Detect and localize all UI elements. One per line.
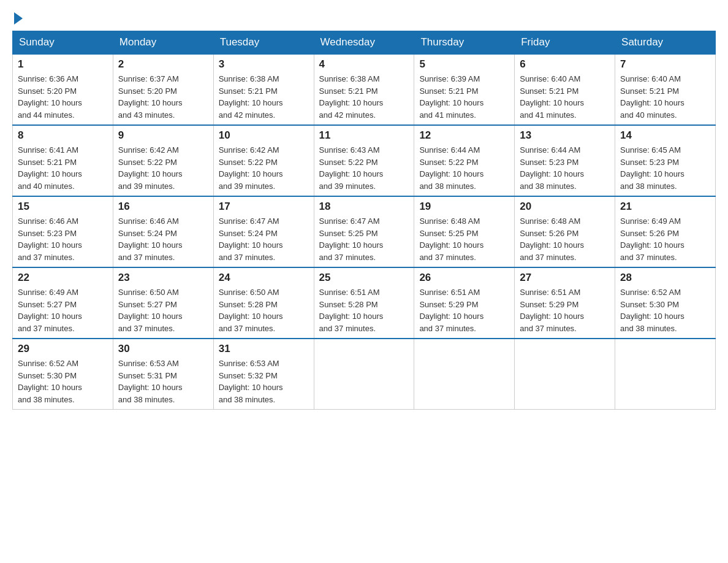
calendar-cell: 22 Sunrise: 6:49 AMSunset: 5:27 PMDaylig… — [13, 267, 113, 339]
day-number: 30 — [118, 343, 208, 355]
day-info: Sunrise: 6:49 AMSunset: 5:27 PMDaylight:… — [18, 286, 108, 334]
day-number: 23 — [118, 272, 208, 284]
calendar-cell: 17 Sunrise: 6:47 AMSunset: 5:24 PMDaylig… — [213, 196, 314, 267]
day-info: Sunrise: 6:48 AMSunset: 5:25 PMDaylight:… — [419, 215, 509, 263]
day-number: 6 — [520, 58, 610, 71]
day-info: Sunrise: 6:47 AMSunset: 5:24 PMDaylight:… — [219, 215, 309, 263]
day-number: 20 — [520, 201, 610, 213]
day-number: 15 — [18, 201, 108, 213]
calendar-week-row: 15 Sunrise: 6:46 AMSunset: 5:23 PMDaylig… — [13, 196, 716, 267]
day-number: 25 — [319, 272, 409, 284]
day-info: Sunrise: 6:44 AMSunset: 5:22 PMDaylight:… — [419, 144, 509, 192]
calendar-cell: 13 Sunrise: 6:44 AMSunset: 5:23 PMDaylig… — [515, 125, 615, 196]
calendar-cell: 14 Sunrise: 6:45 AMSunset: 5:23 PMDaylig… — [615, 125, 716, 196]
weekday-header-saturday: Saturday — [615, 31, 716, 55]
weekday-header-monday: Monday — [113, 31, 213, 55]
day-info: Sunrise: 6:36 AMSunset: 5:20 PMDaylight:… — [18, 73, 108, 121]
day-number: 11 — [319, 129, 409, 142]
day-info: Sunrise: 6:38 AMSunset: 5:21 PMDaylight:… — [319, 73, 409, 121]
day-info: Sunrise: 6:53 AMSunset: 5:31 PMDaylight:… — [118, 358, 208, 405]
day-info: Sunrise: 6:52 AMSunset: 5:30 PMDaylight:… — [18, 358, 108, 405]
day-number: 27 — [520, 272, 610, 284]
day-info: Sunrise: 6:43 AMSunset: 5:22 PMDaylight:… — [319, 144, 409, 192]
day-number: 18 — [319, 201, 409, 213]
calendar-cell: 18 Sunrise: 6:47 AMSunset: 5:25 PMDaylig… — [314, 196, 414, 267]
calendar-cell: 20 Sunrise: 6:48 AMSunset: 5:26 PMDaylig… — [515, 196, 615, 267]
calendar-cell: 8 Sunrise: 6:41 AMSunset: 5:21 PMDayligh… — [13, 125, 113, 196]
day-info: Sunrise: 6:48 AMSunset: 5:26 PMDaylight:… — [520, 215, 610, 263]
calendar-cell: 21 Sunrise: 6:49 AMSunset: 5:26 PMDaylig… — [615, 196, 716, 267]
calendar-cell: 10 Sunrise: 6:42 AMSunset: 5:22 PMDaylig… — [213, 125, 314, 196]
day-info: Sunrise: 6:41 AMSunset: 5:21 PMDaylight:… — [18, 144, 108, 192]
calendar-week-row: 1 Sunrise: 6:36 AMSunset: 5:20 PMDayligh… — [13, 54, 716, 125]
calendar-cell: 25 Sunrise: 6:51 AMSunset: 5:28 PMDaylig… — [314, 267, 414, 339]
calendar-cell: 19 Sunrise: 6:48 AMSunset: 5:25 PMDaylig… — [414, 196, 515, 267]
day-info: Sunrise: 6:42 AMSunset: 5:22 PMDaylight:… — [118, 144, 208, 192]
day-number: 9 — [118, 129, 208, 142]
day-info: Sunrise: 6:53 AMSunset: 5:32 PMDaylight:… — [219, 358, 309, 405]
day-info: Sunrise: 6:45 AMSunset: 5:23 PMDaylight:… — [620, 144, 710, 192]
logo-triangle-icon — [14, 12, 23, 25]
calendar-cell: 12 Sunrise: 6:44 AMSunset: 5:22 PMDaylig… — [414, 125, 515, 196]
weekday-header-sunday: Sunday — [13, 31, 113, 55]
day-number: 10 — [219, 129, 309, 142]
weekday-header-friday: Friday — [515, 31, 615, 55]
day-number: 3 — [219, 58, 309, 71]
calendar-cell: 9 Sunrise: 6:42 AMSunset: 5:22 PMDayligh… — [113, 125, 213, 196]
calendar-cell: 23 Sunrise: 6:50 AMSunset: 5:27 PMDaylig… — [113, 267, 213, 339]
day-number: 13 — [520, 129, 610, 142]
day-number: 28 — [620, 272, 710, 284]
day-number: 21 — [620, 201, 710, 213]
day-info: Sunrise: 6:38 AMSunset: 5:21 PMDaylight:… — [219, 73, 309, 121]
weekday-header-wednesday: Wednesday — [314, 31, 414, 55]
calendar-cell: 30 Sunrise: 6:53 AMSunset: 5:31 PMDaylig… — [113, 339, 213, 410]
day-number: 2 — [118, 58, 208, 71]
calendar-cell: 27 Sunrise: 6:51 AMSunset: 5:29 PMDaylig… — [515, 267, 615, 339]
calendar-cell — [515, 339, 615, 410]
day-info: Sunrise: 6:40 AMSunset: 5:21 PMDaylight:… — [520, 73, 610, 121]
day-number: 4 — [319, 58, 409, 71]
day-number: 24 — [219, 272, 309, 284]
calendar-cell: 26 Sunrise: 6:51 AMSunset: 5:29 PMDaylig… — [414, 267, 515, 339]
day-info: Sunrise: 6:46 AMSunset: 5:23 PMDaylight:… — [18, 215, 108, 263]
day-info: Sunrise: 6:49 AMSunset: 5:26 PMDaylight:… — [620, 215, 710, 263]
day-number: 17 — [219, 201, 309, 213]
calendar-week-row: 29 Sunrise: 6:52 AMSunset: 5:30 PMDaylig… — [13, 339, 716, 410]
day-number: 22 — [18, 272, 108, 284]
calendar-cell: 15 Sunrise: 6:46 AMSunset: 5:23 PMDaylig… — [13, 196, 113, 267]
day-info: Sunrise: 6:44 AMSunset: 5:23 PMDaylight:… — [520, 144, 610, 192]
day-number: 5 — [419, 58, 509, 71]
calendar-week-row: 8 Sunrise: 6:41 AMSunset: 5:21 PMDayligh… — [13, 125, 716, 196]
calendar-cell — [414, 339, 515, 410]
day-info: Sunrise: 6:47 AMSunset: 5:25 PMDaylight:… — [319, 215, 409, 263]
calendar-cell: 7 Sunrise: 6:40 AMSunset: 5:21 PMDayligh… — [615, 54, 716, 125]
calendar-cell — [314, 339, 414, 410]
day-info: Sunrise: 6:42 AMSunset: 5:22 PMDaylight:… — [219, 144, 309, 192]
calendar-header-row: SundayMondayTuesdayWednesdayThursdayFrid… — [13, 31, 716, 55]
calendar-cell: 1 Sunrise: 6:36 AMSunset: 5:20 PMDayligh… — [13, 54, 113, 125]
calendar-cell: 24 Sunrise: 6:50 AMSunset: 5:28 PMDaylig… — [213, 267, 314, 339]
day-number: 29 — [18, 343, 108, 355]
calendar-cell: 11 Sunrise: 6:43 AMSunset: 5:22 PMDaylig… — [314, 125, 414, 196]
calendar-cell: 4 Sunrise: 6:38 AMSunset: 5:21 PMDayligh… — [314, 54, 414, 125]
calendar-cell: 29 Sunrise: 6:52 AMSunset: 5:30 PMDaylig… — [13, 339, 113, 410]
day-number: 16 — [118, 201, 208, 213]
logo — [12, 12, 25, 25]
day-number: 14 — [620, 129, 710, 142]
day-number: 26 — [419, 272, 509, 284]
day-number: 31 — [219, 343, 309, 355]
calendar-cell: 28 Sunrise: 6:52 AMSunset: 5:30 PMDaylig… — [615, 267, 716, 339]
day-info: Sunrise: 6:51 AMSunset: 5:28 PMDaylight:… — [319, 286, 409, 334]
day-info: Sunrise: 6:46 AMSunset: 5:24 PMDaylight:… — [118, 215, 208, 263]
calendar-table: SundayMondayTuesdayWednesdayThursdayFrid… — [12, 31, 716, 410]
day-info: Sunrise: 6:50 AMSunset: 5:27 PMDaylight:… — [118, 286, 208, 334]
day-info: Sunrise: 6:52 AMSunset: 5:30 PMDaylight:… — [620, 286, 710, 334]
page-header — [12, 12, 716, 25]
day-info: Sunrise: 6:40 AMSunset: 5:21 PMDaylight:… — [620, 73, 710, 121]
day-info: Sunrise: 6:50 AMSunset: 5:28 PMDaylight:… — [219, 286, 309, 334]
weekday-header-tuesday: Tuesday — [213, 31, 314, 55]
day-info: Sunrise: 6:39 AMSunset: 5:21 PMDaylight:… — [419, 73, 509, 121]
calendar-week-row: 22 Sunrise: 6:49 AMSunset: 5:27 PMDaylig… — [13, 267, 716, 339]
calendar-cell: 5 Sunrise: 6:39 AMSunset: 5:21 PMDayligh… — [414, 54, 515, 125]
day-number: 7 — [620, 58, 710, 71]
